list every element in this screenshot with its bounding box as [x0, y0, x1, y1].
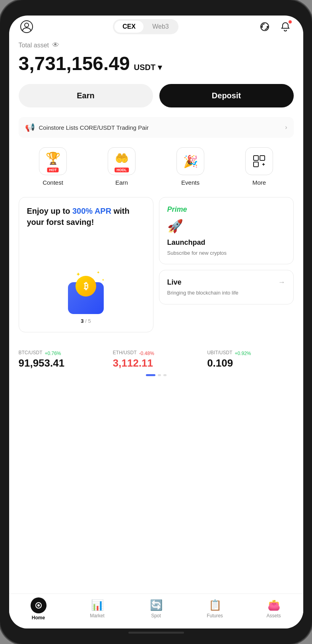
support-icon[interactable] [257, 19, 273, 35]
nav-spot[interactable]: 🔄 Spot [127, 599, 186, 619]
deposit-button[interactable]: Deposit [159, 84, 294, 107]
eth-price: 3,112.11 [113, 357, 199, 369]
home-label: Home [32, 615, 45, 621]
notification-badge [289, 20, 292, 23]
top-nav: CEX Web3 [9, 16, 303, 41]
nav-home[interactable]: Home [9, 597, 68, 621]
ticker-btc[interactable]: BTC/USDT +0.76% 91,953.41 [19, 350, 105, 369]
launchpad-card[interactable]: Prime 🚀 Launchpad Subscribe for new cryp… [159, 197, 294, 264]
grid-icon [252, 154, 266, 168]
assets-label: Assets [266, 613, 281, 619]
content-area: Total asset 👁 3,731,156.49 USDT ▾ Earn D… [9, 41, 303, 593]
quick-action-contest[interactable]: 🏆 HOT Contest [19, 147, 87, 186]
chevron-right-icon: › [285, 124, 287, 131]
cards-grid: Enjoy up to 300% APR with your forst sav… [19, 197, 294, 332]
live-desc: Bringing the blockchain into life [167, 290, 238, 296]
currency-label: USDT ▾ [134, 62, 162, 72]
ticker-ubit[interactable]: UBIT/USDT +0.92% 0.109 [207, 350, 293, 369]
action-buttons: Earn Deposit [19, 84, 294, 107]
svg-rect-3 [261, 26, 263, 28]
hodl-badge: HODL [114, 168, 129, 172]
megaphone-icon: 📢 [25, 123, 35, 132]
earn-nav-label: Earn [115, 179, 128, 186]
events-label: Events [181, 179, 200, 186]
btc-price: 91,953.41 [19, 357, 105, 369]
assets-icon: 👛 [267, 599, 280, 611]
ubit-change: +0.92% [235, 351, 251, 356]
scroll-indicator [19, 373, 294, 381]
notification-icon[interactable] [277, 19, 293, 35]
svg-point-11 [37, 604, 40, 607]
phone-screen: CEX Web3 [9, 16, 303, 628]
nav-futures[interactable]: 📋 Futures [186, 599, 244, 619]
launchpad-title: Launchpad [167, 238, 205, 247]
home-icon [31, 597, 47, 613]
btc-change: +0.76% [45, 351, 61, 356]
more-icon-box [245, 147, 273, 175]
web3-tab[interactable]: Web3 [144, 21, 177, 33]
launchpad-subtitle: Subscribe for new cryptos [167, 250, 227, 256]
total-amount: 3,731,156.49 USDT ▾ [19, 53, 294, 74]
more-label: More [252, 179, 266, 186]
prime-label: Prime [167, 205, 187, 214]
coin-wallet-illustration: ₿ ✦ ✦ ✦ [64, 270, 108, 314]
nav-market[interactable]: 📊 Market [68, 599, 127, 619]
phone-frame: CEX Web3 [0, 0, 312, 644]
svg-point-1 [25, 23, 29, 27]
svg-rect-4 [267, 26, 268, 28]
rocket-icon: 🚀 [167, 219, 183, 234]
announcement-text: Coinstore Lists CORE/USDT Trading Pair [39, 124, 149, 131]
dot-1 [146, 374, 155, 376]
amount-value: 3,731,156.49 [19, 53, 130, 74]
eth-pair: ETH/USDT [113, 350, 137, 355]
ubit-price: 0.109 [207, 357, 293, 369]
quick-action-events[interactable]: 🎉 Events [156, 147, 225, 186]
announcement-bar[interactable]: 📢 Coinstore Lists CORE/USDT Trading Pair… [19, 117, 294, 138]
promo-text: Enjoy up to 300% APR with your forst sav… [27, 205, 145, 228]
svg-rect-5 [254, 156, 258, 160]
contest-label: Contest [43, 179, 63, 186]
ubit-pair: UBIT/USDT [207, 350, 232, 355]
market-label: Market [90, 613, 105, 619]
home-indicator [128, 632, 184, 634]
live-title: Live [167, 278, 182, 287]
dot-2 [158, 374, 161, 376]
earn-icon-box: 🤲 HODL [108, 147, 136, 175]
svg-rect-6 [260, 156, 265, 160]
ticker-eth[interactable]: ETH/USDT -0.48% 3,112.11 [113, 350, 199, 369]
promo-card[interactable]: Enjoy up to 300% APR with your forst sav… [19, 197, 153, 332]
eye-icon[interactable]: 👁 [52, 41, 59, 49]
spot-icon: 🔄 [150, 599, 163, 611]
events-icon: 🎉 [183, 154, 198, 168]
nav-assets[interactable]: 👛 Assets [244, 599, 303, 619]
live-arrow-icon: → [278, 278, 285, 287]
svg-rect-7 [254, 162, 258, 167]
spot-label: Spot [151, 613, 161, 619]
live-card[interactable]: Live → Bringing the blockchain into life [159, 270, 294, 304]
profile-icon[interactable] [19, 19, 35, 35]
futures-label: Futures [207, 613, 223, 619]
market-icon: 📊 [91, 599, 104, 611]
cex-tab[interactable]: CEX [114, 21, 143, 33]
asset-label: Total asset 👁 [19, 41, 294, 49]
earn-button[interactable]: Earn [19, 84, 153, 107]
dot-3 [163, 374, 167, 376]
quick-actions: 🏆 HOT Contest 🤲 HODL Earn 🎉 [19, 147, 294, 186]
futures-icon: 📋 [209, 599, 221, 611]
hot-badge: HOT [47, 168, 59, 172]
events-icon-box: 🎉 [176, 147, 204, 175]
bottom-nav: Home 📊 Market 🔄 Spot 📋 Futures 👛 Assets [9, 593, 303, 628]
nav-toggle: CEX Web3 [113, 19, 178, 34]
page-indicator: 3 / 5 [81, 318, 91, 324]
eth-change: -0.48% [139, 351, 154, 356]
btc-pair: BTC/USDT [19, 350, 43, 355]
quick-action-earn[interactable]: 🤲 HODL Earn [87, 147, 156, 186]
ticker-section: BTC/USDT +0.76% 91,953.41 ETH/USDT -0.48… [19, 343, 294, 373]
contest-icon-box: 🏆 HOT [39, 147, 67, 175]
quick-action-more[interactable]: More [225, 147, 294, 186]
